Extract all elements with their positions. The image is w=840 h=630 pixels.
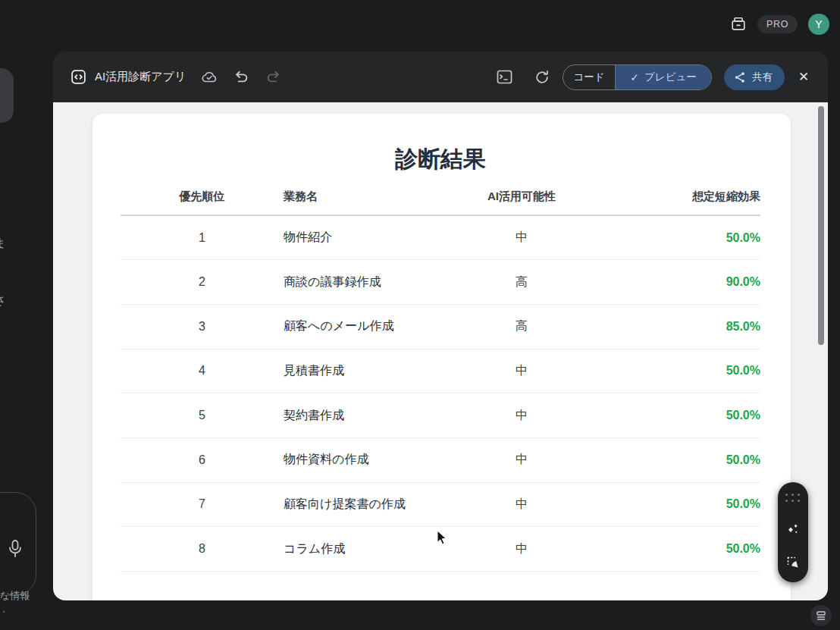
table-row: 2商談の議事録作成高90.0% [121, 260, 760, 305]
refresh-icon[interactable] [534, 69, 550, 86]
app-title: AI活用診断アプリ [95, 70, 186, 84]
sidebar-truncated-text: さ [0, 292, 6, 309]
screen: PRO Y ま さ 確な情報 。 AI活用診断アプリ [0, 0, 840, 630]
table-cell-task: コラム作成 [284, 527, 453, 572]
table-cell-effect: 50.0% [590, 349, 760, 393]
table-cell-effect: 85.0% [590, 304, 760, 349]
table-cell-rank: 3 [121, 304, 284, 349]
table-cell-effect: 50.0% [590, 437, 760, 482]
table-cell-effect: 90.0% [590, 260, 760, 305]
table-cell-task: 顧客へのメール作成 [284, 304, 453, 349]
mic-icon[interactable] [5, 538, 25, 561]
column-header-effect: 想定短縮効果 [590, 190, 760, 215]
table-cell-effect: 50.0% [590, 215, 760, 260]
select-element-icon[interactable] [785, 556, 801, 571]
table-cell-rank: 5 [121, 393, 284, 438]
code-box-icon [71, 69, 86, 85]
topbar: PRO Y [730, 11, 829, 38]
sidebar-truncated-text: ま [0, 235, 6, 252]
table-row: 1物件紹介中50.0% [121, 215, 760, 260]
canvas-panel: AI活用診断アプリ [53, 52, 828, 600]
drag-handle-icon[interactable] [785, 494, 801, 503]
print-icon[interactable] [730, 16, 747, 33]
canvas-header: AI活用診断アプリ [53, 52, 828, 102]
undo-button[interactable] [233, 69, 249, 86]
table-cell-task: 顧客向け提案書の作成 [284, 482, 453, 527]
table-cell-effect: 50.0% [590, 393, 760, 438]
share-icon [734, 71, 746, 83]
column-header-task: 業務名 [284, 190, 453, 215]
check-icon: ✓ [630, 71, 639, 83]
table-row: 6物件資料の作成中50.0% [121, 437, 760, 482]
sparkle-icon[interactable] [785, 522, 801, 537]
table-cell-task: 契約書作成 [284, 393, 453, 438]
table-cell-task: 見積書作成 [284, 349, 453, 393]
disclaimer-text: 。 [2, 605, 9, 615]
scrollbar-thumb[interactable] [818, 106, 824, 345]
table-row: 7顧客向け提案書の作成中50.0% [121, 482, 760, 527]
column-header-possibility: AI活用可能性 [453, 190, 590, 215]
canvas-tool-pill [778, 482, 808, 582]
table-cell-task: 商談の議事録作成 [284, 260, 453, 305]
tab-code[interactable]: コード [563, 65, 616, 89]
table-cell-level: 中 [453, 482, 590, 527]
table-cell-rank: 2 [121, 260, 284, 305]
table-cell-level: 中 [453, 349, 590, 393]
column-header-rank: 優先順位 [121, 190, 284, 215]
redo-button[interactable] [265, 69, 281, 86]
table-cell-rank: 4 [121, 349, 284, 393]
console-icon[interactable] [496, 69, 512, 86]
table-cell-task: 物件資料の作成 [284, 437, 453, 482]
expand-icon[interactable] [810, 605, 832, 626]
table-cell-level: 中 [453, 437, 590, 482]
table-cell-level: 高 [453, 260, 590, 305]
table-cell-level: 中 [453, 215, 590, 260]
avatar[interactable]: Y [808, 14, 829, 35]
table-header-row: 優先順位 業務名 AI活用可能性 想定短縮効果 [121, 190, 760, 215]
table-cell-level: 中 [453, 393, 590, 438]
table-cell-rank: 8 [121, 527, 284, 572]
table-cell-effect: 50.0% [590, 527, 760, 572]
table-row: 4見積書作成中50.0% [121, 349, 760, 393]
close-icon[interactable]: ✕ [796, 69, 811, 85]
table-cell-rank: 1 [121, 215, 284, 260]
table-cell-task: 物件紹介 [284, 215, 453, 260]
tab-preview-label: プレビュー [644, 71, 697, 84]
cloud-saved-icon [201, 69, 218, 86]
result-card: 診断結果 優先順位 業務名 AI活用可能性 想定短縮効果 1物件紹介中50.0%… [92, 114, 791, 600]
table-row: 3顧客へのメール作成高85.0% [121, 304, 760, 349]
share-button[interactable]: 共有 [724, 64, 785, 90]
pro-badge: PRO [757, 15, 798, 34]
preview-area: 診断結果 優先順位 業務名 AI活用可能性 想定短縮効果 1物件紹介中50.0%… [53, 102, 828, 600]
table-cell-effect: 50.0% [590, 482, 760, 527]
table-row: 8コラム作成中50.0% [121, 527, 760, 572]
sidebar-fragment [0, 68, 14, 123]
table-cell-level: 中 [453, 527, 590, 572]
canvas-header-actions: コード ✓ プレビュー [496, 64, 811, 90]
code-preview-toggle: コード ✓ プレビュー [563, 64, 712, 90]
table-cell-rank: 6 [121, 437, 284, 482]
result-table: 優先順位 業務名 AI活用可能性 想定短縮効果 1物件紹介中50.0%2商談の議… [121, 190, 760, 572]
table-cell-level: 高 [453, 304, 590, 349]
disclaimer-text: 確な情報 [0, 589, 30, 603]
table-cell-rank: 7 [121, 482, 284, 527]
tab-preview[interactable]: ✓ プレビュー [616, 65, 711, 89]
table-row: 5契約書作成中50.0% [121, 393, 760, 438]
share-label: 共有 [752, 71, 773, 84]
page-title: 診断結果 [121, 146, 760, 172]
